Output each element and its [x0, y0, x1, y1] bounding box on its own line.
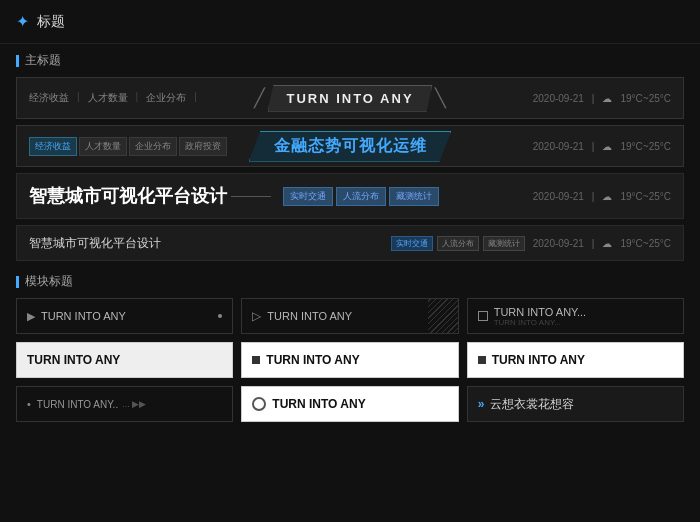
title-card-1[interactable]: 经济收益 | 人才数量 | 企业分布 | ╱ TURN INTO ANY ╲ 2… [16, 77, 684, 119]
mod1-text: TURN INTO ANY [41, 310, 126, 322]
module-grid: ▶ TURN INTO ANY ▷ TURN INTO ANY TURN INT… [0, 294, 700, 430]
square-icon-3 [478, 311, 488, 321]
header-icon: ✦ [16, 12, 29, 31]
title-card-3[interactable]: 智慧城市可视化平台设计 实时交通 人流分布 藏测统计 2020-09-21 | … [16, 173, 684, 219]
module-item-5[interactable]: TURN INTO ANY [241, 342, 458, 378]
page-header: ✦ 标题 [0, 0, 700, 44]
title-card-2[interactable]: 经济收益 人才数量 企业分布 政府投资 金融态势可视化运维 2020-09-21… [16, 125, 684, 167]
weather-icon-4: ☁ [602, 238, 612, 249]
mod7-text: TURN INTO ANY.. [37, 399, 118, 410]
square-icon-6 [478, 356, 486, 364]
title-cards-container: 经济收益 | 人才数量 | 企业分布 | ╱ TURN INTO ANY ╲ 2… [0, 73, 700, 265]
mod8-text: TURN INTO ANY [272, 397, 365, 411]
card1-center-text: TURN INTO ANY [267, 85, 432, 112]
card3-tags: 实时交通 人流分布 藏测统计 [283, 187, 439, 206]
bullet-icon-7: • [27, 398, 31, 410]
weather-icon-2: ☁ [602, 141, 612, 152]
mod3-text: TURN INTO ANY... [494, 306, 587, 318]
mod7-arrow: ▶▶ [132, 399, 146, 409]
module-item-8[interactable]: TURN INTO ANY [241, 386, 458, 422]
mod9-text: 云想衣裳花想容 [490, 396, 574, 413]
arrows-icon-9: » [478, 397, 485, 411]
mod4-text: TURN INTO ANY [27, 353, 120, 367]
title-card-4[interactable]: 智慧城市可视化平台设计 实时交通 人流分布 藏测统计 2020-09-21 | … [16, 225, 684, 261]
mod2-diag-deco [428, 299, 458, 333]
card3-right-info: 2020-09-21 | ☁ 19°C~25°C [533, 191, 671, 202]
card2-left-tags: 经济收益 人才数量 企业分布 政府投资 [29, 137, 227, 156]
card4-title: 智慧城市可视化平台设计 [29, 235, 161, 252]
card3-connector [231, 196, 271, 197]
mod1-dot [218, 314, 222, 318]
main-section-label: 主标题 [0, 44, 700, 73]
mod2-text: TURN INTO ANY [267, 310, 352, 322]
square-icon-5 [252, 356, 260, 364]
mod5-text: TURN INTO ANY [266, 353, 359, 367]
mod7-ellipsis: ... [122, 399, 130, 409]
weather-icon: ☁ [602, 93, 612, 104]
play-icon-2: ▷ [252, 309, 261, 323]
module-item-2[interactable]: ▷ TURN INTO ANY [241, 298, 458, 334]
card2-right-info: 2020-09-21 | ☁ 19°C~25°C [533, 141, 671, 152]
card1-right-bracket: ╲ [435, 87, 446, 109]
play-icon-1: ▶ [27, 310, 35, 323]
card1-left-tags: 经济收益 | 人才数量 | 企业分布 | [29, 91, 201, 105]
mod3-sub: TURN INTO ANY... [494, 318, 587, 327]
card2-center-text: 金融态势可视化运维 [249, 131, 452, 162]
module-item-9[interactable]: » 云想衣裳花想容 [467, 386, 684, 422]
card1-center: ╱ TURN INTO ANY ╲ [254, 85, 445, 112]
module-item-6[interactable]: TURN INTO ANY [467, 342, 684, 378]
card1-left-bracket: ╱ [254, 87, 265, 109]
circle-icon-8 [252, 397, 266, 411]
module-item-4[interactable]: TURN INTO ANY [16, 342, 233, 378]
weather-icon-3: ☁ [602, 191, 612, 202]
mod6-text: TURN INTO ANY [492, 353, 585, 367]
card4-right-tags: 实时交通 人流分布 藏测统计 [389, 236, 525, 251]
module-item-3[interactable]: TURN INTO ANY... TURN INTO ANY... [467, 298, 684, 334]
page-title: 标题 [37, 13, 65, 31]
card1-right-info: 2020-09-21 | ☁ 19°C~25°C [533, 93, 671, 104]
module-section-label: 模块标题 [0, 265, 700, 294]
card4-right-info: 2020-09-21 | ☁ 19°C~25°C [533, 238, 671, 249]
card3-main-title: 智慧城市可视化平台设计 [29, 184, 227, 208]
module-item-1[interactable]: ▶ TURN INTO ANY [16, 298, 233, 334]
module-item-7[interactable]: • TURN INTO ANY.. ... ▶▶ [16, 386, 233, 422]
